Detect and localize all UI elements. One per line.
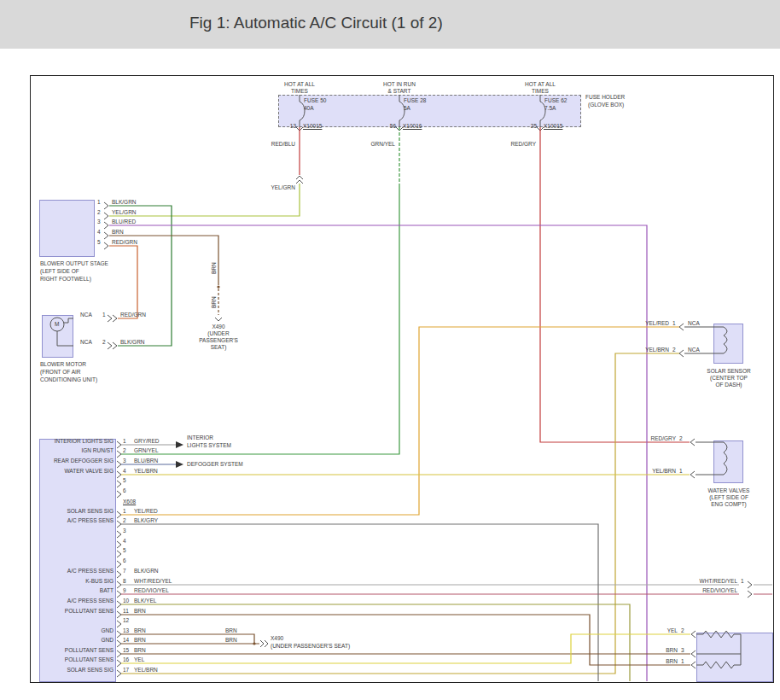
component-label: ENG COMPT) [696, 501, 761, 508]
component-label: (LEFT SIDE OF [696, 494, 761, 501]
pin-number: 4 [123, 468, 126, 475]
connector-id: X10016 [403, 123, 422, 130]
wiring-diagram: HOT AT ALL TIMES HOT IN RUN & START HOT … [30, 75, 774, 683]
fuse-rating: 5A [404, 105, 410, 112]
water-pin-symbols [690, 439, 724, 478]
wire-blk-yel [121, 604, 630, 681]
pin-number: 6 [123, 487, 126, 494]
connector-label: X490 [189, 324, 248, 330]
module-pin-symbols [117, 441, 121, 677]
wire-label: BLU/RED [112, 219, 136, 225]
connector-label: SEAT) [189, 344, 248, 351]
component-label: WATER VALVES [696, 487, 761, 494]
wire-blk-gry [121, 524, 598, 681]
system-destination: LIGHTS SYSTEM [187, 442, 231, 449]
wire-label: BRN [134, 637, 146, 644]
pin-number: 12 [123, 617, 129, 624]
wire-label: BLU/BRN [134, 458, 158, 464]
pin-signal: REAR DEFOGGER SIG [54, 458, 114, 464]
system-destination: DEFOGGER SYSTEM [187, 461, 243, 468]
wire-yel [121, 634, 690, 663]
wire-label: GRN/YEL [370, 141, 395, 148]
wire-yel-brn-solar [121, 353, 679, 674]
nca-label: NCA [80, 339, 92, 346]
connector-label: (UNDER PASSENGER'S SEAT) [271, 643, 350, 650]
pin-number: 2 [102, 339, 106, 346]
pin-number: 1 [741, 578, 744, 585]
fuse-name: FUSE 62 [544, 97, 567, 104]
wire-blu-red [109, 225, 647, 681]
pin-number: 14 [123, 637, 129, 644]
wire-label: BRN [134, 608, 146, 615]
wire-label: BRN [666, 647, 678, 654]
wire-label: YEL/GRN [112, 209, 137, 216]
fuse-rating: 40A [304, 105, 314, 112]
pin-number: 1 [123, 438, 126, 445]
pin-number: 3 [681, 647, 684, 654]
component-label: RIGHT FOOTWELL) [40, 276, 91, 283]
nca-label: NCA [688, 320, 700, 327]
component-label: (LEFT SIDE OF [40, 268, 79, 275]
motor-pin-symbols [108, 315, 117, 349]
blower-output-pin-symbols [104, 202, 108, 249]
pin-number: 7 [123, 568, 126, 575]
connector-label: PASSENGER'S [189, 337, 248, 344]
pin-number: 8 [123, 578, 126, 585]
splice-symbol [296, 176, 303, 184]
nca-label: NCA [80, 312, 92, 318]
pin-number: 9 [123, 587, 126, 594]
connector-id: X608 [123, 499, 136, 505]
pin-signal: POLLUTANT SENS [65, 647, 114, 654]
resistor-symbols [696, 631, 741, 668]
fuse-rating: 7.5A [544, 105, 556, 112]
pin-signal: POLLUTANT SENS [65, 608, 114, 615]
pin-number: 6 [123, 557, 126, 564]
pin-number: 5 [123, 477, 126, 484]
wire-label: BLK/GRN [112, 199, 137, 206]
wire-yel-red [121, 327, 679, 515]
wire-label: YEL/BRN [134, 468, 158, 475]
motor-symbol-letter: M [55, 321, 59, 328]
hot-label: HOT IN RUN [374, 81, 425, 88]
wire-label: BLK/YEL [134, 598, 156, 604]
wire-red-grn [109, 246, 137, 318]
wire-label-vertical: BRN [211, 262, 218, 274]
wire-label: BLK/GRN [134, 568, 159, 575]
pin-signal: K-BUS SIG [85, 578, 114, 585]
pin-signal: BATT [100, 587, 114, 594]
wire-label: YEL/RED [134, 508, 158, 515]
pin-number: 3 [123, 528, 126, 534]
pin-number: 2 [679, 435, 683, 442]
pin-signal: SOLAR SENS SIG [67, 508, 114, 515]
wire-label: YEL [134, 656, 144, 663]
hot-label: HOT AT ALL [274, 81, 325, 88]
pin-number: 1 [123, 508, 126, 515]
component-label: SOLAR SENSOR [699, 368, 759, 375]
solar-coil [724, 327, 727, 353]
pin-number: 2 [681, 627, 684, 634]
component-label: (CENTER TOP [699, 375, 759, 382]
solar-pin-symbols [679, 324, 724, 357]
wire-label: BLK/GRN [120, 339, 145, 346]
pin-number: 1 [672, 320, 676, 327]
connector-id: X10015 [544, 123, 562, 130]
pin-number: 4 [123, 538, 126, 545]
wire-label: RED/GRY [651, 435, 677, 442]
x490-upper-connector-symbol [215, 318, 222, 321]
nca-label: NCA [688, 347, 700, 353]
pin-number: 1 [681, 658, 684, 665]
pin-number: 56 [390, 123, 396, 130]
connector-label: (UNDER [189, 330, 248, 337]
fuse-holder-title: FUSE HOLDER [585, 94, 625, 101]
pin-signal: SOLAR SENS SIG [67, 667, 114, 674]
pin-signal: A/C PRESS SENS [67, 598, 114, 604]
wire-label: BRN [666, 658, 678, 665]
hot-label: TIMES [274, 88, 325, 95]
connector-id: X10015 [303, 123, 322, 130]
connector-label: X490 [271, 635, 283, 642]
pin-number: 2 [97, 209, 101, 216]
right-edge-pin-symbols [748, 581, 752, 598]
wire-label: GRY/RED [134, 438, 160, 445]
figure-page: Fig 1: Automatic A/C Circuit (1 of 2) [0, 0, 780, 700]
pin-number: 17 [123, 667, 129, 674]
